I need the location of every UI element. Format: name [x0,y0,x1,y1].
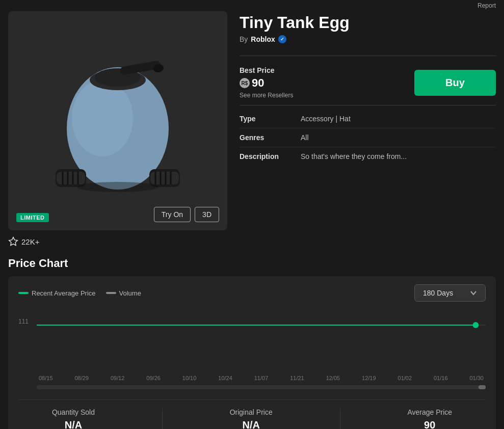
avg-legend-item: Recent Average Price [18,289,96,297]
chart-legend-row: Recent Average Price Volume 180 Days [18,284,486,302]
info-table: Type Accessory | Hat Genres All Descript… [240,105,496,170]
svg-point-18 [77,182,158,192]
avg-legend-label: Recent Average Price [32,289,96,297]
chart-scroll-thumb[interactable] [479,385,486,389]
description-row: Description So that's where they come fr… [240,147,496,166]
header-divider [240,56,496,56]
favorites-row: 22K+ [8,234,227,249]
x-label-2: 09/12 [111,375,125,381]
x-label-8: 12/05 [326,375,340,381]
genres-value: All [301,133,309,142]
svg-point-1 [72,80,133,156]
volume-legend-label: Volume [119,289,141,297]
x-label-6: 11/07 [254,375,269,381]
price-chart-title: Price Chart [8,257,496,270]
genres-label: Genres [240,133,301,142]
type-value: Accessory | Hat [301,115,351,123]
chart-svg-wrap [37,310,486,371]
verified-badge [278,35,286,43]
genres-row: Genres All [240,128,496,147]
x-label-0: 08/15 [39,375,53,381]
stat-quantity-sold: Quantity Sold N/A [52,408,95,429]
stat-divider-2 [340,408,340,429]
stat-divider-1 [162,408,163,429]
price-value-row: R$ 90 [240,76,293,90]
time-period-value: 180 Days [423,289,453,297]
chart-x-labels: 08/15 08/29 09/12 09/26 10/10 10/24 11/0… [37,375,486,381]
try-on-button[interactable]: Try On [154,207,191,222]
chart-container: Recent Average Price Volume 180 Days 111 [8,276,496,429]
type-label: Type [240,115,301,123]
creator-row: By Roblox [240,35,496,43]
stat-quantity-value: N/A [65,419,82,429]
stat-quantity-label: Quantity Sold [52,408,95,416]
time-period-select[interactable]: 180 Days [414,284,486,302]
chart-scrollbar[interactable] [37,385,486,389]
price-left: Best Price R$ 90 See more Resellers [240,66,293,99]
x-label-11: 01/16 [434,375,448,381]
x-label-5: 10/24 [218,375,232,381]
buy-button[interactable]: Buy [414,70,496,96]
stat-average-price: Average Price 90 [407,408,452,429]
favorites-count: 22K+ [21,237,39,246]
chart-area: 111 [18,310,486,371]
right-panel: Tiny Tank Egg By Roblox Best Price R$ 90… [240,11,496,249]
item-artwork [36,29,199,212]
svg-point-21 [473,322,479,328]
x-label-3: 09/26 [146,375,161,381]
price-label: Best Price [240,66,293,74]
avg-legend-dot [18,292,29,294]
x-label-10: 01/02 [398,375,412,381]
chart-y-label: 111 [18,318,29,325]
stat-original-label: Original Price [230,408,273,416]
x-label-1: 08/29 [74,375,89,381]
x-label-12: 01/30 [469,375,484,381]
description-value: So that's where they come from... [301,152,407,160]
chart-legend: Recent Average Price Volume [18,289,141,297]
chart-svg [37,310,486,371]
description-label: Description [240,152,301,160]
see-resellers-link[interactable]: See more Resellers [240,92,293,99]
stat-average-label: Average Price [407,408,452,416]
chevron-down-icon [470,289,477,297]
stat-original-price: Original Price N/A [230,408,273,429]
price-section: Best Price R$ 90 See more Resellers Buy [240,60,496,105]
image-buttons: Try On 3D [154,207,219,222]
report-link[interactable]: Report [478,2,496,9]
volume-legend-item: Volume [106,289,141,297]
stats-row: Quantity Sold N/A Original Price N/A Ave… [18,399,486,429]
volume-legend-dot [106,292,116,294]
x-label-9: 12/19 [362,375,376,381]
x-label-4: 10/10 [182,375,197,381]
item-title: Tiny Tank Egg [240,13,496,32]
type-row: Type Accessory | Hat [240,110,496,128]
limited-badge: LIMITED [16,213,49,222]
svg-rect-9 [150,172,179,184]
stat-average-value: 90 [424,419,435,429]
x-label-7: 11/21 [290,375,304,381]
item-image-container: LIMITED Try On 3D [8,11,227,230]
star-icon[interactable] [8,236,18,247]
by-label: By [240,35,248,43]
robux-icon: R$ [240,78,250,88]
price-chart-section: Price Chart Recent Average Price Volume … [0,257,504,429]
3d-button[interactable]: 3D [195,207,219,222]
svg-marker-19 [9,237,18,246]
svg-rect-7 [57,172,85,184]
stat-original-value: N/A [242,419,259,429]
left-panel: LIMITED Try On 3D 22K+ [8,11,227,249]
creator-name[interactable]: Roblox [251,35,275,43]
price-number: 90 [252,76,264,90]
